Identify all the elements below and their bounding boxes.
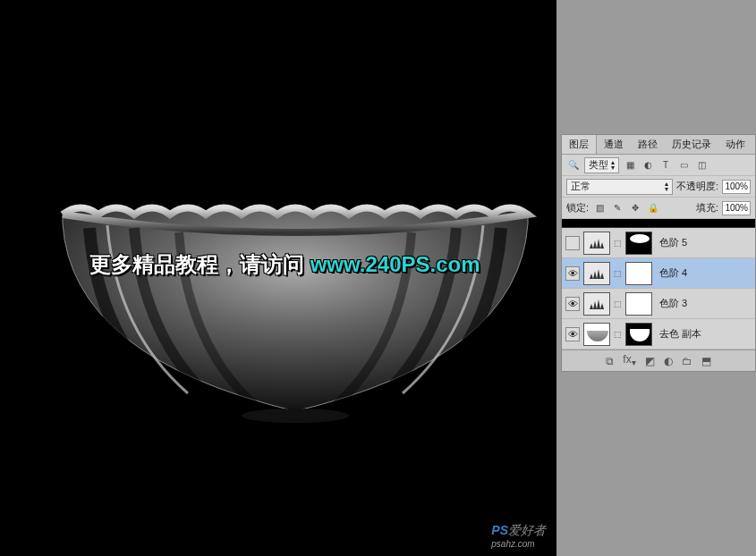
lock-all-icon[interactable]: 🔒 xyxy=(646,201,660,215)
watermark-domain: psahz.com xyxy=(491,539,546,549)
tab-layers[interactable]: 图层 xyxy=(562,135,597,154)
filter-type-dropdown[interactable]: 类型 ▴▾ xyxy=(584,157,619,173)
overlay-text-cn: 更多精品教程，请访问 xyxy=(89,252,310,276)
mask-thumbnail[interactable] xyxy=(625,232,652,255)
dropdown-arrows-icon: ▴▾ xyxy=(665,181,668,192)
blend-opacity-row: 正常 ▴▾ 不透明度: 100% xyxy=(562,176,755,198)
filter-shape-icon[interactable]: ▭ xyxy=(676,158,691,173)
adjustment-thumbnail[interactable] xyxy=(583,232,610,255)
corner-watermark: PS爱好者 psahz.com xyxy=(491,523,546,549)
layer-item-levels-5[interactable]: ⬚ 色阶 5 xyxy=(562,228,755,258)
opacity-input[interactable]: 100% xyxy=(722,180,751,194)
mask-thumbnail[interactable] xyxy=(625,262,652,285)
filter-search-icon[interactable] xyxy=(566,158,581,173)
fill-label: 填充: xyxy=(696,201,718,215)
mask-thumbnail[interactable] xyxy=(625,323,652,346)
layer-name[interactable]: 色阶 4 xyxy=(659,266,687,280)
lock-pixels-icon[interactable]: ✎ xyxy=(610,201,624,215)
opacity-label: 不透明度: xyxy=(676,180,718,193)
overlay-text-url: www.240PS.com xyxy=(310,252,480,276)
tab-channels[interactable]: 通道 xyxy=(597,135,631,154)
filter-adjustment-icon[interactable]: ◐ xyxy=(641,158,655,173)
new-layer-icon[interactable]: ⬒ xyxy=(701,355,711,367)
levels-icon xyxy=(588,298,606,310)
layer-top-strip xyxy=(562,219,755,228)
layer-name[interactable]: 去色 副本 xyxy=(659,327,701,341)
tab-history[interactable]: 历史记录 xyxy=(665,135,718,154)
watermark-ps: PS xyxy=(491,523,508,537)
canvas-area: 更多精品教程，请访问 www.240PS.com xyxy=(0,0,556,556)
filter-smartobject-icon[interactable]: ◫ xyxy=(694,158,709,173)
link-icon[interactable]: ⬚ xyxy=(614,330,622,339)
lock-fill-row: 锁定: ▧ ✎ ✥ 🔒 填充: 100% xyxy=(562,198,755,219)
layers-panel: 图层 通道 路径 历史记录 动作 类型 ▴▾ ▦ ◐ T ▭ ◫ 正常 ▴▾ 不… xyxy=(561,134,756,372)
link-icon[interactable]: ⬚ xyxy=(614,269,622,278)
add-mask-icon[interactable]: ◩ xyxy=(645,355,655,367)
watermark-text: 爱好者 xyxy=(508,523,546,537)
svg-point-0 xyxy=(242,409,349,423)
tab-actions[interactable]: 动作 xyxy=(718,135,752,154)
layer-name[interactable]: 色阶 5 xyxy=(659,236,687,249)
filter-type-text-icon[interactable]: T xyxy=(658,158,673,173)
layer-item-levels-4[interactable]: 👁 ⬚ 色阶 4 xyxy=(562,258,755,289)
lock-label: 锁定: xyxy=(566,201,589,215)
lock-position-icon[interactable]: ✥ xyxy=(628,201,642,215)
levels-icon xyxy=(588,237,606,249)
levels-icon xyxy=(588,267,606,280)
dropdown-arrows-icon: ▴▾ xyxy=(611,160,615,171)
new-group-icon[interactable]: 🗀 xyxy=(682,355,692,367)
layer-name[interactable]: 色阶 3 xyxy=(659,297,687,310)
layer-item-levels-3[interactable]: 👁 ⬚ 色阶 3 xyxy=(562,289,755,319)
glass-bowl-image xyxy=(36,179,537,429)
fill-input[interactable]: 100% xyxy=(722,201,751,215)
visibility-toggle[interactable]: 👁 xyxy=(565,327,580,341)
panel-tabs: 图层 通道 路径 历史记录 动作 xyxy=(562,135,755,155)
lock-transparency-icon[interactable]: ▧ xyxy=(592,201,607,215)
new-adjustment-icon[interactable]: ◐ xyxy=(664,355,673,367)
layer-fx-icon[interactable]: fx▾ xyxy=(623,353,635,367)
visibility-toggle[interactable] xyxy=(565,236,580,250)
overlay-watermark-text: 更多精品教程，请访问 www.240PS.com xyxy=(89,250,480,279)
link-icon[interactable]: ⬚ xyxy=(614,239,622,248)
layer-item-desaturate-copy[interactable]: 👁 ⬚ 去色 副本 xyxy=(562,319,755,350)
tab-paths[interactable]: 路径 xyxy=(631,135,665,154)
adjustment-thumbnail[interactable] xyxy=(583,292,610,316)
link-layers-icon[interactable]: ⧉ xyxy=(606,355,614,367)
mask-thumbnail[interactable] xyxy=(625,292,652,316)
visibility-toggle[interactable]: 👁 xyxy=(565,297,580,311)
filter-row: 类型 ▴▾ ▦ ◐ T ▭ ◫ xyxy=(562,155,755,176)
filter-type-label: 类型 xyxy=(589,158,608,172)
visibility-toggle[interactable]: 👁 xyxy=(565,266,580,281)
link-icon[interactable]: ⬚ xyxy=(614,299,622,308)
layer-list: ⬚ 色阶 5 👁 ⬚ 色阶 4 👁 ⬚ 色阶 3 👁 ⬚ xyxy=(562,228,755,350)
blend-mode-value: 正常 xyxy=(571,180,590,193)
filter-pixel-icon[interactable]: ▦ xyxy=(623,158,637,173)
blend-mode-dropdown[interactable]: 正常 ▴▾ xyxy=(566,179,673,195)
adjustment-thumbnail[interactable] xyxy=(583,262,610,285)
panel-footer: ⧉ fx▾ ◩ ◐ 🗀 ⬒ xyxy=(562,350,755,371)
layer-thumbnail[interactable] xyxy=(583,323,610,346)
